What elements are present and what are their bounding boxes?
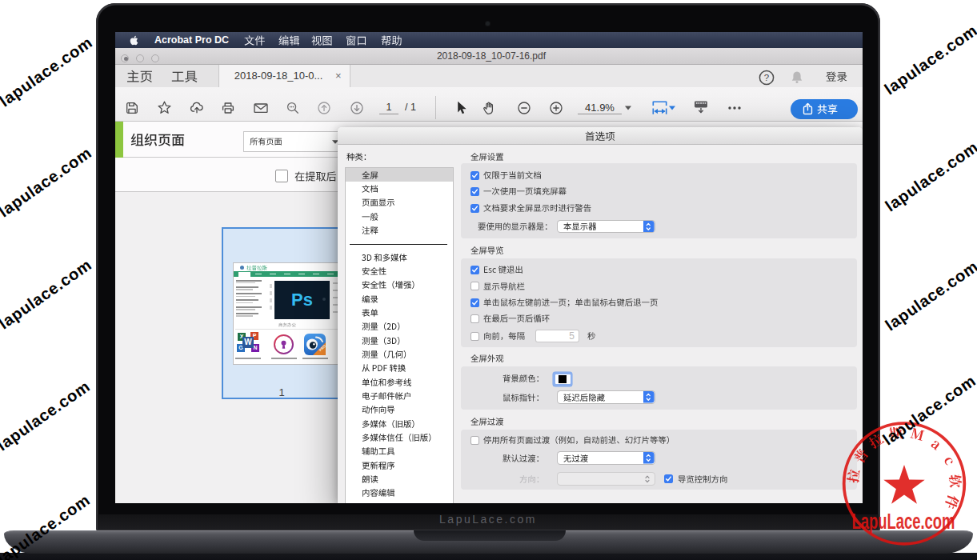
svg-text:?: ? xyxy=(764,73,769,82)
